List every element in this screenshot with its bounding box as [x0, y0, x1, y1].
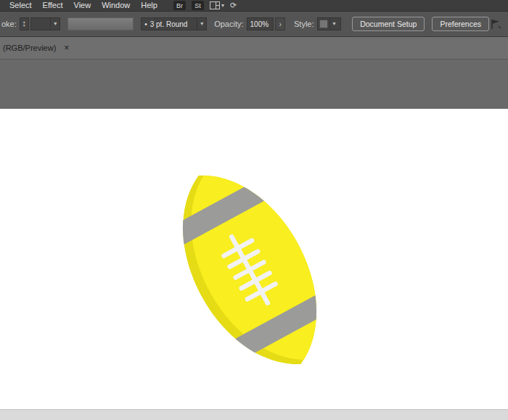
document-tab-title: (RGB/Preview) — [3, 44, 56, 52]
preferences-button[interactable]: Preferences — [432, 17, 489, 31]
document-setup-button[interactable]: Document Setup — [352, 17, 425, 31]
document-tab-bar: (RGB/Preview) × — [0, 37, 508, 59]
graphic-style-dropdown[interactable]: ▾ — [317, 17, 342, 30]
close-icon[interactable]: × — [64, 44, 69, 52]
chevron-down-icon: ▾ — [54, 21, 57, 27]
chevron-down-icon: ▾ — [200, 21, 203, 27]
variable-width-dropdown[interactable] — [67, 17, 134, 30]
chevron-down-icon: ▾ — [221, 3, 224, 9]
stroke-weight-dropdown[interactable]: ▾ — [30, 17, 61, 30]
bridge-button[interactable]: Br — [173, 1, 186, 10]
control-bar: oke: ▲ ▼ ▾ • 3 pt. Round ▾ Opacity: 100%… — [0, 11, 508, 37]
menu-bar: Select Effect View Window Help Br St ▾ ⟳ — [0, 0, 508, 11]
brush-definition-value: • 3 pt. Round — [142, 18, 197, 30]
brush-definition-dropdown[interactable]: • 3 pt. Round ▾ — [141, 17, 207, 30]
scrollbar-area[interactable] — [0, 409, 508, 420]
style-label: Style: — [294, 20, 314, 28]
menu-view[interactable]: View — [74, 0, 91, 11]
football-artwork[interactable] — [115, 131, 384, 409]
menu-window[interactable]: Window — [102, 0, 130, 11]
stroke-weight-value — [31, 18, 51, 30]
arrange-documents-control[interactable] — [489, 18, 501, 30]
stroke-weight-stepper[interactable]: ▲ ▼ — [20, 17, 29, 30]
brush-preview-dot: • — [144, 20, 147, 28]
artboard-canvas[interactable] — [0, 109, 508, 409]
artwork-layer — [0, 109, 508, 409]
opacity-panel-arrow[interactable]: › — [275, 17, 285, 30]
opacity-label[interactable]: Opacity: — [214, 20, 243, 28]
flag-icon — [489, 18, 501, 30]
refresh-icon[interactable]: ⟳ — [230, 1, 237, 9]
workspace-switcher[interactable]: ▾ — [210, 1, 224, 9]
menu-quick-icons: Br St ▾ ⟳ — [173, 1, 237, 10]
illustrator-window: Select Effect View Window Help Br St ▾ ⟳… — [0, 0, 508, 420]
stroke-label[interactable]: oke: — [1, 20, 17, 28]
menu-help[interactable]: Help — [141, 0, 157, 11]
stock-button[interactable]: St — [192, 1, 204, 10]
menu-effect[interactable]: Effect — [43, 0, 63, 11]
workspace-layout-icon — [210, 1, 220, 9]
brush-name: 3 pt. Round — [150, 20, 188, 28]
style-swatch — [319, 20, 328, 28]
menu-select[interactable]: Select — [9, 0, 32, 11]
document-tab[interactable]: (RGB/Preview) × — [0, 37, 69, 59]
stepper-down-icon: ▼ — [22, 24, 26, 28]
pasteboard — [0, 59, 508, 109]
opacity-input[interactable]: 100% — [247, 17, 274, 30]
chevron-down-icon: ▾ — [333, 21, 336, 27]
